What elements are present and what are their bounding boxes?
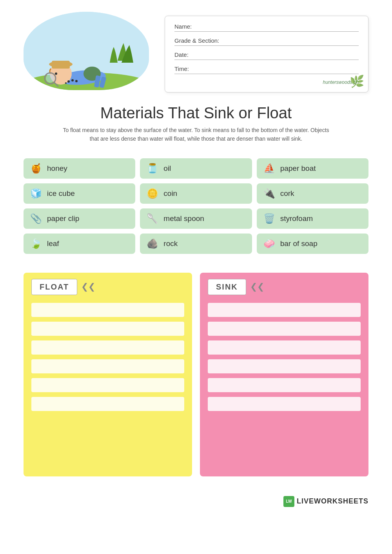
sink-answer-line-6[interactable] <box>208 397 361 411</box>
item-label-cork: cork <box>280 189 294 198</box>
page-title: Materials That Sink or Float <box>24 104 368 122</box>
svg-point-8 <box>46 74 54 83</box>
item-card-paper-clip: 📎 paper clip <box>24 208 135 229</box>
item-icon-ice-cube: 🧊 <box>30 188 42 199</box>
item-icon-rock: 🪨 <box>146 238 159 249</box>
header: Name: Grade & Section: Date: Time: 🌿 hun… <box>0 0 392 100</box>
sink-label: SINK <box>208 279 246 295</box>
sink-answer-line-5[interactable] <box>208 378 361 392</box>
item-label-ice-cube: ice cube <box>47 189 75 198</box>
item-label-styrofoam: styrofoam <box>280 214 313 223</box>
sink-chevron-icon: ❮❮ <box>250 282 264 292</box>
float-lines <box>24 299 192 419</box>
brand-name: LIVEWORKSHEETS <box>297 497 368 505</box>
item-label-paper-clip: paper clip <box>47 214 79 223</box>
item-icon-paper-boat: ⛵ <box>263 163 276 174</box>
title-section: Materials That Sink or Float To float me… <box>0 100 392 147</box>
sink-column: SINK ❮❮ <box>200 273 368 476</box>
plant-decoration: 🌿 <box>350 74 364 88</box>
header-illustration <box>24 12 149 90</box>
item-icon-oil: 🫙 <box>146 163 159 174</box>
float-column: FLOAT ❮❮ <box>24 273 192 476</box>
item-card-honey: 🍯 honey <box>24 158 135 179</box>
item-label-bar-of-soap: bar of soap <box>280 239 318 248</box>
item-card-coin: 🪙 coin <box>140 183 252 204</box>
svg-point-14 <box>65 82 67 84</box>
logo-box: LW <box>283 496 294 507</box>
item-label-paper-boat: paper boat <box>280 164 316 173</box>
item-label-honey: honey <box>47 164 67 173</box>
sink-answer-line-4[interactable] <box>208 359 361 373</box>
item-card-metal-spoon: 🥄 metal spoon <box>140 208 252 229</box>
page-subtitle: To float means to stay above the surface… <box>59 126 333 143</box>
footer-logo: LW LIVEWORKSHEETS <box>283 496 368 507</box>
item-card-cork: 🔌 cork <box>257 183 368 204</box>
item-label-coin: coin <box>163 189 177 198</box>
item-label-metal-spoon: metal spoon <box>163 214 204 223</box>
float-answer-line-6[interactable] <box>31 397 184 411</box>
name-field: Name: <box>174 23 359 32</box>
float-answer-line-2[interactable] <box>31 322 184 336</box>
svg-point-11 <box>67 80 70 83</box>
item-icon-leaf: 🍃 <box>30 238 42 249</box>
svg-point-6 <box>55 72 57 75</box>
svg-rect-5 <box>52 61 70 69</box>
items-grid: 🍯 honey 🫙 oil ⛵ paper boat 🧊 ice cube 🪙 … <box>0 147 392 265</box>
date-field: Date: <box>174 51 359 60</box>
float-header: FLOAT ❮❮ <box>24 273 192 299</box>
info-box: Name: Grade & Section: Date: Time: 🌿 hun… <box>165 16 368 92</box>
sink-header: SINK ❮❮ <box>200 273 368 299</box>
float-answer-line-3[interactable] <box>31 340 184 355</box>
item-icon-styrofoam: 🗑️ <box>263 213 276 224</box>
item-icon-bar-of-soap: 🧼 <box>263 238 276 249</box>
sink-answer-line-3[interactable] <box>208 340 361 355</box>
float-label: FLOAT <box>31 279 77 295</box>
float-answer-line-5[interactable] <box>31 378 184 392</box>
sink-lines <box>200 299 368 419</box>
item-label-leaf: leaf <box>47 239 59 248</box>
sink-answer-line-2[interactable] <box>208 322 361 336</box>
item-icon-honey: 🍯 <box>30 163 42 174</box>
float-answer-line-1[interactable] <box>31 303 184 317</box>
float-answer-line-4[interactable] <box>31 359 184 373</box>
item-card-leaf: 🍃 leaf <box>24 234 135 254</box>
watermark: hunterswoods.ph <box>174 80 359 85</box>
item-icon-coin: 🪙 <box>146 188 159 199</box>
item-label-oil: oil <box>163 164 171 173</box>
item-card-rock: 🪨 rock <box>140 234 252 254</box>
svg-point-12 <box>71 79 74 81</box>
item-icon-metal-spoon: 🥄 <box>146 213 159 224</box>
item-icon-paper-clip: 📎 <box>30 213 42 224</box>
answer-section: FLOAT ❮❮ SINK ❮❮ <box>0 265 392 492</box>
item-card-paper-boat: ⛵ paper boat <box>257 158 368 179</box>
footer: LW LIVEWORKSHEETS <box>0 492 392 515</box>
sink-answer-line-1[interactable] <box>208 303 361 317</box>
item-icon-cork: 🔌 <box>263 188 276 199</box>
item-card-oil: 🫙 oil <box>140 158 252 179</box>
time-field: Time: <box>174 65 359 74</box>
item-card-bar-of-soap: 🧼 bar of soap <box>257 234 368 254</box>
float-chevron-icon: ❮❮ <box>81 282 95 292</box>
item-label-rock: rock <box>163 239 178 248</box>
svg-point-13 <box>75 80 78 82</box>
item-card-styrofoam: 🗑️ styrofoam <box>257 208 368 229</box>
grade-field: Grade & Section: <box>174 37 359 46</box>
item-card-ice-cube: 🧊 ice cube <box>24 183 135 204</box>
